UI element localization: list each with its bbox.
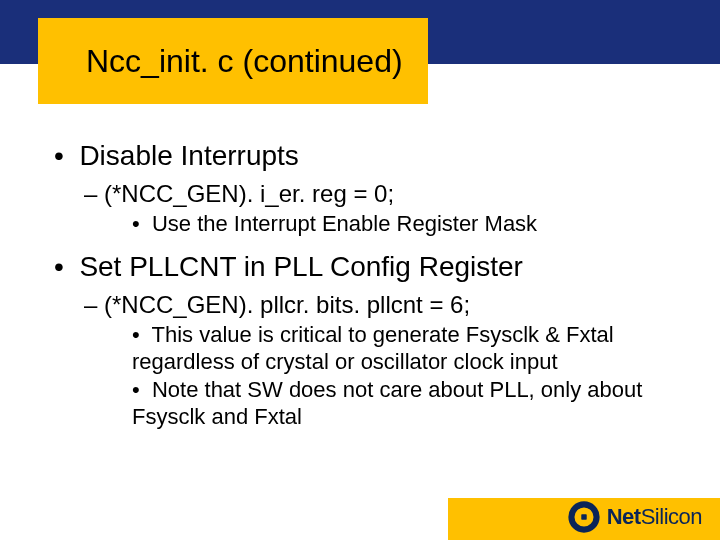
- bullet-level3: • Note that SW does not care about PLL, …: [132, 377, 666, 430]
- bullet-text: Use the Interrupt Enable Register Mask: [152, 211, 537, 236]
- bullet-text: (*NCC_GEN). i_er. reg = 0;: [104, 180, 394, 207]
- bullet-text: Note that SW does not care about PLL, on…: [132, 377, 642, 428]
- bullet-level3: • This value is critical to generate Fsy…: [132, 322, 666, 375]
- bullet-text: Set PLLCNT in PLL Config Register: [79, 251, 523, 282]
- svg-rect-1: [581, 514, 586, 519]
- bullet-level2: – (*NCC_GEN). i_er. reg = 0;: [84, 179, 666, 209]
- content-area: • Disable Interrupts – (*NCC_GEN). i_er.…: [54, 138, 666, 432]
- brand-rest: Silicon: [641, 504, 702, 529]
- bullet-level2: – (*NCC_GEN). pllcr. bits. pllcnt = 6;: [84, 290, 666, 320]
- brand-logo-icon: [567, 500, 601, 534]
- bullet-text: Disable Interrupts: [79, 140, 298, 171]
- bullet-text: This value is critical to generate Fsysc…: [132, 322, 614, 373]
- slide-title: Ncc_init. c (continued): [86, 43, 403, 80]
- title-box: Ncc_init. c (continued): [38, 18, 428, 104]
- bullet-level3: • Use the Interrupt Enable Register Mask: [132, 211, 666, 237]
- bullet-text: (*NCC_GEN). pllcr. bits. pllcnt = 6;: [104, 291, 470, 318]
- brand-name: NetSilicon: [607, 504, 702, 530]
- bullet-level1: • Disable Interrupts: [54, 138, 666, 173]
- brand-bold: Net: [607, 504, 641, 529]
- brand-logo: NetSilicon: [567, 500, 702, 534]
- bullet-level1: • Set PLLCNT in PLL Config Register: [54, 249, 666, 284]
